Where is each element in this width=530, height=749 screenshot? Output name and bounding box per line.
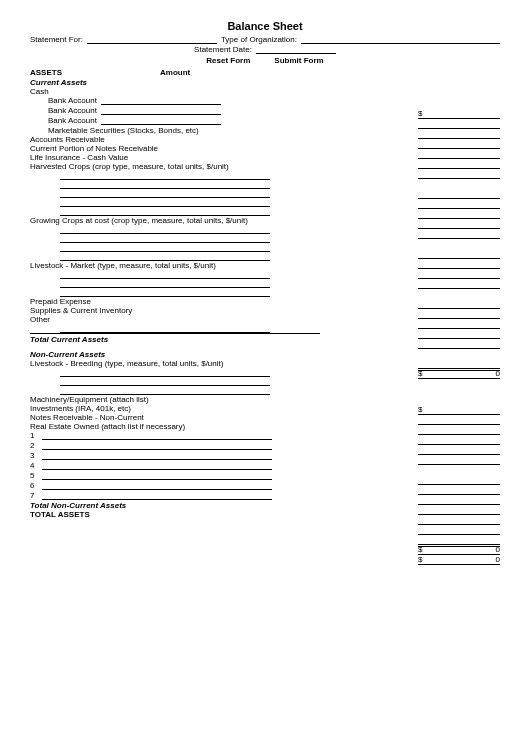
growing-line-3[interactable] <box>60 243 270 252</box>
amt-harvested-4[interactable] <box>418 220 500 229</box>
amt-re-3[interactable] <box>418 496 500 505</box>
bank-input-3[interactable] <box>101 116 221 125</box>
growing-line-2[interactable] <box>60 234 270 243</box>
amt-livestock-1[interactable] <box>418 300 500 309</box>
re-input-1[interactable] <box>42 431 272 440</box>
re-row-2: 2 <box>30 441 320 450</box>
amt-harvested-1[interactable] <box>418 190 500 199</box>
amt-re-1[interactable] <box>418 476 500 485</box>
re-num-2: 2 <box>30 441 42 450</box>
re-num-4: 4 <box>30 461 42 470</box>
amt-livestock-2[interactable] <box>418 310 500 319</box>
amt-re-5[interactable] <box>418 516 500 525</box>
re-input-4[interactable] <box>42 461 272 470</box>
statement-for-label: Statement For: <box>30 35 83 44</box>
form-buttons: Reset Form Submit Form <box>30 56 500 65</box>
re-input-6[interactable] <box>42 481 272 490</box>
notes-current-label: Current Portion of Notes Receivable <box>30 144 320 153</box>
re-row-5: 5 <box>30 471 320 480</box>
amt-growing-2[interactable] <box>418 260 500 269</box>
livestock-mkt-line-1[interactable] <box>60 270 270 279</box>
growing-line-1[interactable] <box>60 225 270 234</box>
re-input-3[interactable] <box>42 451 272 460</box>
header-row-2: Statement Date: <box>30 45 500 54</box>
amt-harvested-2[interactable] <box>418 200 500 209</box>
bank-row-3: Bank Account <box>48 116 320 125</box>
harvested-line-3[interactable] <box>60 189 270 198</box>
supplies-label: Supplies & Current Inventory <box>30 306 320 315</box>
amt-harvested-3[interactable] <box>418 210 500 219</box>
amt-notes-nc[interactable] <box>418 456 500 465</box>
ar-label: Accounts Receivable <box>30 135 320 144</box>
re-input-5[interactable] <box>42 471 272 480</box>
growing-label: Growing Crops at cost (crop type, measur… <box>30 216 320 225</box>
amt-ar[interactable] <box>418 150 500 159</box>
livestock-mkt-line-2[interactable] <box>60 279 270 288</box>
re-row-6: 6 <box>30 481 320 490</box>
amt-other[interactable] <box>418 360 500 369</box>
growing-line-4[interactable] <box>60 252 270 261</box>
amt-re-7[interactable] <box>418 536 500 545</box>
amt-investments[interactable] <box>418 446 500 455</box>
breed-line-2[interactable] <box>60 377 270 386</box>
total-assets: TOTAL ASSETS <box>30 510 320 519</box>
amt-breed-3[interactable] <box>418 426 500 435</box>
re-row-1: 1 <box>30 431 320 440</box>
bank-input-2[interactable] <box>101 106 221 115</box>
bank-row-2: Bank Account <box>48 106 320 115</box>
re-row-3: 3 <box>30 451 320 460</box>
amt-livestock-3[interactable] <box>418 320 500 329</box>
amt-growing-1[interactable] <box>418 250 500 259</box>
amt-supplies[interactable] <box>418 340 500 349</box>
re-input-7[interactable] <box>42 491 272 500</box>
org-type-label: Type of Organization: <box>221 35 297 44</box>
amt-notes-current[interactable] <box>418 160 500 169</box>
cash-label: Cash <box>30 87 320 96</box>
amt-re-4[interactable] <box>418 506 500 515</box>
re-num-6: 6 <box>30 481 42 490</box>
bank-input-1[interactable] <box>101 96 221 105</box>
harvested-label: Harvested Crops (crop type, measure, tot… <box>30 162 320 171</box>
harvested-line-1[interactable] <box>60 171 270 180</box>
amt-bank-1[interactable]: $ <box>418 110 500 119</box>
org-type-input[interactable] <box>301 35 500 44</box>
breed-line-3[interactable] <box>60 386 270 395</box>
current-assets-heading: Current Assets <box>30 78 320 87</box>
harvested-line-4[interactable] <box>60 198 270 207</box>
amt-machinery[interactable] <box>418 436 500 445</box>
reset-button[interactable]: Reset Form <box>206 56 250 65</box>
notes-nc-label: Notes Receivable - Non-Current <box>30 413 320 422</box>
amt-bank-2[interactable] <box>418 120 500 129</box>
re-row-7: 7 <box>30 491 320 500</box>
submit-button[interactable]: Submit Form <box>274 56 323 65</box>
harvested-line-5[interactable] <box>60 207 270 216</box>
amt-breed-1[interactable]: $ <box>418 406 500 415</box>
other-line-1[interactable] <box>60 324 270 333</box>
statement-date-input[interactable] <box>256 45 336 54</box>
amt-re-2[interactable] <box>418 486 500 495</box>
statement-date-label: Statement Date: <box>194 45 252 54</box>
livestock-mkt-line-3[interactable] <box>60 288 270 297</box>
total-current-assets: Total Current Assets <box>30 333 320 344</box>
livestock-breed-label: Livestock - Breeding (type, measure, tot… <box>30 359 320 368</box>
page-title: Balance Sheet <box>30 20 500 32</box>
amount-column: $ $0 $ $0 $0 <box>418 100 500 566</box>
amt-life-ins[interactable] <box>418 170 500 179</box>
amt-harvested-5[interactable] <box>418 230 500 239</box>
amt-re-6[interactable] <box>418 526 500 535</box>
assets-left-block: Current Assets Cash Bank Account Bank Ac… <box>30 78 320 519</box>
breed-line-1[interactable] <box>60 368 270 377</box>
amt-total-current: $0 <box>418 370 500 379</box>
amt-bank-3[interactable] <box>418 130 500 139</box>
amt-marketable[interactable] <box>418 140 500 149</box>
amt-prepaid[interactable] <box>418 330 500 339</box>
amt-growing-4[interactable] <box>418 280 500 289</box>
amt-breed-2[interactable] <box>418 416 500 425</box>
bank-label-1: Bank Account <box>48 96 97 105</box>
amt-growing-3[interactable] <box>418 270 500 279</box>
harvested-line-2[interactable] <box>60 180 270 189</box>
total-non-current: Total Non-Current Assets <box>30 501 320 510</box>
statement-for-input[interactable] <box>87 35 217 44</box>
re-input-2[interactable] <box>42 441 272 450</box>
life-ins-label: Life Insurance - Cash Value <box>30 153 320 162</box>
